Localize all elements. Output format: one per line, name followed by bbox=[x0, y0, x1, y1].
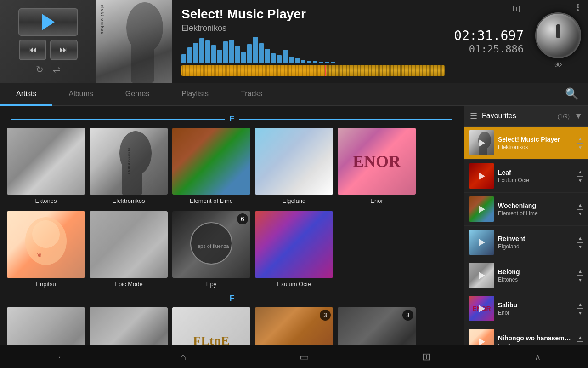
volume-knob[interactable] bbox=[535, 12, 581, 58]
artist-item-f2[interactable] bbox=[90, 307, 168, 345]
back-icon: ← bbox=[57, 351, 67, 362]
artist-name-epic: Epic Mode bbox=[114, 281, 142, 288]
handle-bar bbox=[577, 143, 583, 144]
down-arrow-7: ▼ bbox=[578, 344, 582, 345]
back-button[interactable]: ← bbox=[47, 347, 76, 367]
viz-bar bbox=[247, 44, 252, 63]
sidebar-item-6[interactable]: ENOR Salibu Enor ▲ ▼ bbox=[464, 292, 588, 325]
recent-apps-button[interactable]: ▭ bbox=[290, 347, 318, 367]
viz-bar bbox=[241, 52, 246, 63]
artist-item-f1[interactable] bbox=[7, 307, 85, 345]
handle-bar bbox=[577, 209, 583, 210]
sidebar-item-3[interactable]: Wochenlang Element of Lime ▲ ▼ bbox=[464, 193, 588, 226]
artist-item-exulum-ocie[interactable]: Exulum Ocie bbox=[255, 211, 333, 288]
artist-thumb-elektronikos: elektronikos bbox=[90, 128, 168, 195]
tab-genres[interactable]: Genres bbox=[109, 83, 165, 106]
sidebar-reorder-1[interactable]: ▲ ▼ bbox=[577, 136, 583, 150]
svg-text:eps of fluenza: eps of fluenza bbox=[198, 243, 229, 249]
tab-artists[interactable]: Artists bbox=[0, 83, 52, 106]
sidebar-item-7[interactable]: Nihongo wo hanasemasen Enpitsu ▲ ▼ bbox=[464, 325, 588, 345]
sidebar-track-title-2: Leaf bbox=[498, 169, 573, 176]
sidebar-track-artist-1: Elektronikos bbox=[498, 144, 573, 150]
artist-item-f3[interactable]: FLtnE bbox=[172, 307, 250, 345]
viz-bar bbox=[253, 37, 258, 63]
artist-item-epy[interactable]: 6 eps of fluenza Epy bbox=[172, 211, 250, 288]
menu-dots-icon[interactable] bbox=[577, 4, 579, 11]
sidebar-track-title-6: Salibu bbox=[498, 301, 573, 309]
settings-icon[interactable] bbox=[513, 6, 520, 12]
artist-item-enor[interactable]: ENOR Enor bbox=[338, 128, 416, 204]
sidebar-item-5[interactable]: Belong Ektones ▲ ▼ bbox=[464, 259, 588, 292]
svg-point-6 bbox=[32, 220, 60, 248]
sidebar-reorder-5[interactable]: ▲ ▼ bbox=[577, 269, 583, 282]
sidebar-track-info-3: Wochenlang Element of Lime bbox=[494, 202, 577, 217]
sidebar-track-artist-3: Element of Lime bbox=[498, 210, 573, 217]
artist-item-enpitsu[interactable]: ❦ Enpitsu bbox=[7, 211, 85, 288]
artist-thumb-f4: 3 bbox=[255, 307, 333, 345]
sidebar-dropdown-button[interactable]: ▼ bbox=[574, 111, 582, 121]
next-icon: ⏭ bbox=[60, 45, 68, 55]
sidebar-item-4[interactable]: Reinvent Elgoland ▲ ▼ bbox=[464, 226, 588, 259]
sidebar-reorder-6[interactable]: ▲ ▼ bbox=[577, 302, 583, 316]
sidebar-track-title-5: Belong bbox=[498, 268, 573, 276]
artist-item-elektronikos[interactable]: elektronikos Elektronikos bbox=[90, 128, 168, 204]
handle-bar bbox=[577, 308, 583, 309]
shuffle-button[interactable]: ⇌ bbox=[53, 64, 61, 75]
artist-item-f4[interactable]: 3 bbox=[255, 307, 333, 345]
tab-albums[interactable]: Albums bbox=[52, 83, 109, 106]
artist-item-f5[interactable]: 3 bbox=[338, 307, 416, 345]
viz-bar bbox=[307, 61, 311, 63]
repeat-button[interactable]: ↻ bbox=[36, 64, 44, 75]
track-artist: Elektronikos bbox=[181, 23, 445, 33]
sidebar-play-icon-3 bbox=[479, 206, 485, 213]
grid-button[interactable]: ⊞ bbox=[413, 347, 440, 367]
artist-item-element-of-lime[interactable]: Element of Lime bbox=[172, 128, 250, 204]
artist-name-elgoland: Elgoland bbox=[283, 197, 306, 204]
sidebar-play-icon-1 bbox=[479, 139, 485, 147]
sidebar-item-2[interactable]: Leaf Exulum Ocie ▲ ▼ bbox=[464, 160, 588, 193]
down-arrow-3: ▼ bbox=[578, 211, 582, 216]
prev-button[interactable]: ⏮ bbox=[19, 40, 46, 60]
artist-thumb-f2 bbox=[90, 307, 168, 345]
waveform[interactable] bbox=[181, 65, 445, 76]
eye-icon[interactable]: 👁 bbox=[554, 61, 562, 70]
home-button[interactable]: ⌂ bbox=[171, 347, 195, 367]
sidebar-track-info-1: Select! Music Player Elektronikos bbox=[494, 136, 577, 150]
next-button[interactable]: ⏭ bbox=[50, 40, 78, 60]
tab-tracks[interactable]: Tracks bbox=[225, 83, 278, 106]
artists-row-f: FLtnE 3 3 bbox=[7, 307, 457, 345]
sidebar-reorder-4[interactable]: ▲ ▼ bbox=[577, 236, 583, 249]
viz-bar bbox=[265, 49, 270, 63]
artist-item-ektones[interactable]: Ektones bbox=[7, 128, 85, 204]
enor-graffiti: ENOR bbox=[338, 128, 416, 195]
down-arrow-5: ▼ bbox=[578, 277, 582, 282]
sidebar-track-info-2: Leaf Exulum Ocie bbox=[494, 169, 577, 184]
sidebar-thumb-1 bbox=[469, 130, 494, 155]
sidebar-reorder-7[interactable]: ▲ ▼ bbox=[577, 335, 583, 345]
artist-thumb-eol bbox=[172, 128, 250, 195]
sidebar-play-icon-2 bbox=[479, 172, 485, 180]
artist-item-epic-mode[interactable]: Epic Mode bbox=[90, 211, 168, 288]
svg-text:❦: ❦ bbox=[37, 251, 42, 259]
visualizer bbox=[181, 37, 445, 63]
play-button[interactable] bbox=[18, 8, 78, 36]
recent-apps-icon: ▭ bbox=[300, 351, 309, 362]
sidebar-track-title-7: Nihongo wo hanasemasen bbox=[498, 334, 573, 342]
tab-playlists[interactable]: Playlists bbox=[165, 83, 225, 106]
artist-name-enpitsu: Enpitsu bbox=[36, 281, 56, 288]
time-current: 01:25.886 bbox=[469, 43, 524, 55]
viz-bar bbox=[235, 46, 240, 63]
sidebar-reorder-2[interactable]: ▲ ▼ bbox=[577, 169, 583, 183]
up-arrow-4: ▲ bbox=[578, 236, 582, 241]
scroll-up-button[interactable]: ∧ bbox=[535, 352, 541, 362]
handle-bar bbox=[577, 275, 583, 276]
viz-bar bbox=[259, 43, 264, 63]
time-total: 02:31.697 bbox=[454, 28, 524, 43]
artist-item-elgoland[interactable]: Elgoland bbox=[255, 128, 333, 204]
sidebar-item-1[interactable]: Select! Music Player Elektronikos ▲ ▼ bbox=[464, 126, 588, 160]
bottom-nav: ← ⌂ ▭ ⊞ ∧ bbox=[0, 345, 588, 368]
sidebar-reorder-3[interactable]: ▲ ▼ bbox=[577, 202, 583, 216]
search-button[interactable]: 🔍 bbox=[556, 83, 588, 105]
svg-rect-2 bbox=[7, 128, 85, 195]
nav-tabs: Artists Albums Genres Playlists Tracks 🔍 bbox=[0, 83, 588, 106]
